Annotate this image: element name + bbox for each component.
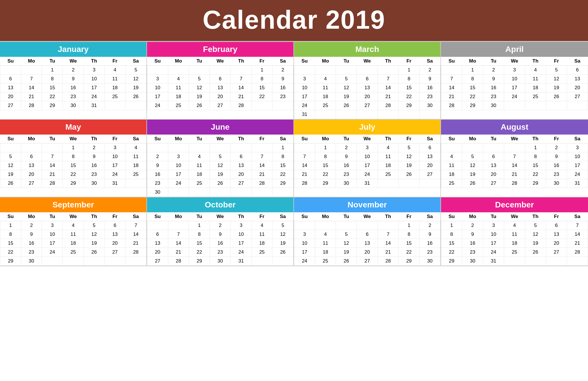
calendar-day: 20 (567, 83, 588, 92)
month-table-october: SuMoTuWeThFrSa12345678910111213141516171… (147, 212, 293, 266)
calendar-day: 11 (252, 230, 272, 239)
calendar-day: 1 (252, 66, 272, 75)
calendar-day: 26 (84, 248, 105, 257)
calendar-day: 10 (168, 161, 189, 170)
table-row: 16171819202122 (147, 170, 293, 179)
calendar-day: 24 (42, 248, 63, 257)
calendar-day: 19 (125, 83, 146, 92)
table-row: 13141516171819 (0, 83, 146, 92)
calendar-day: 12 (399, 152, 419, 161)
calendar-day: 28 (504, 179, 525, 188)
calendar-day (42, 257, 63, 266)
calendar-day: 19 (525, 239, 546, 248)
calendar-day: 12 (0, 161, 21, 170)
weekday-header-We: We (504, 135, 525, 143)
calendar-day (105, 257, 125, 266)
table-row: 14151617181920 (294, 161, 440, 170)
calendar-day: 9 (483, 75, 504, 83)
calendar-day: 6 (483, 152, 504, 161)
calendar-day: 14 (378, 239, 399, 248)
month-header-february: February (147, 42, 293, 57)
table-row: 22232425262728 (441, 248, 588, 257)
calendar-day: 3 (231, 221, 252, 230)
calendar-day (189, 143, 210, 152)
month-table-august: SuMoTuWeThFrSa12345678910111213141516171… (441, 135, 588, 188)
calendar-day: 29 (272, 179, 293, 188)
calendar-day: 7 (378, 230, 399, 239)
calendar-day: 25 (189, 179, 210, 188)
weekday-header-Sa: Sa (567, 135, 588, 143)
calendar-day: 14 (125, 230, 146, 239)
calendar-day: 29 (525, 179, 546, 188)
calendar-day: 31 (105, 179, 125, 188)
table-row: 18192021222324 (441, 170, 588, 179)
calendar-day: 2 (84, 143, 105, 152)
calendar-day: 8 (525, 152, 546, 161)
weekday-header-We: We (210, 135, 231, 143)
weekday-header-Th: Th (84, 57, 105, 66)
calendar-day: 1 (272, 143, 293, 152)
weekday-header-Mo: Mo (315, 57, 336, 66)
calendar-day: 2 (210, 221, 231, 230)
table-row: 14151617181920 (441, 83, 588, 92)
table-row: 123456 (441, 66, 588, 75)
calendar-day (504, 101, 525, 110)
table-row: 19202122232425 (0, 170, 146, 179)
table-row: 78910111213 (441, 75, 588, 83)
calendar-day: 3 (483, 221, 504, 230)
calendar-day: 25 (315, 101, 336, 110)
calendar-day: 5 (462, 152, 483, 161)
month-table-september: SuMoTuWeThFrSa12345678910111213141516171… (0, 212, 146, 266)
calendar-day: 9 (21, 230, 42, 239)
calendar-day: 12 (546, 75, 567, 83)
weekday-header-Th: Th (378, 57, 399, 66)
calendar-day: 4 (252, 221, 272, 230)
calendar-day: 13 (147, 239, 168, 248)
calendar-day (0, 143, 21, 152)
calendar-day: 15 (315, 161, 336, 170)
weekday-header-Mo: Mo (315, 212, 336, 221)
month-table-january: SuMoTuWeThFrSa12345678910111213141516171… (0, 57, 146, 110)
calendar-day (462, 143, 483, 152)
calendar-day: 3 (567, 143, 588, 152)
calendar-day: 3 (84, 66, 105, 75)
calendar-day: 25 (441, 179, 462, 188)
calendar-day: 15 (0, 239, 21, 248)
weekday-header-Mo: Mo (21, 212, 42, 221)
calendar-day: 13 (546, 230, 567, 239)
calendar-day (294, 66, 315, 75)
month-header-august: August (441, 120, 588, 135)
calendar-day: 24 (504, 92, 525, 101)
table-row: 1234567 (441, 221, 588, 230)
calendar-day: 15 (525, 161, 546, 170)
calendar-day: 8 (272, 152, 293, 161)
calendar-day: 22 (0, 248, 21, 257)
weekday-header-Tu: Tu (483, 212, 504, 221)
calendar-day: 18 (315, 248, 336, 257)
calendar-day: 5 (399, 143, 419, 152)
calendar-day (378, 110, 399, 119)
calendar-day: 27 (21, 179, 42, 188)
calendar-day: 8 (399, 230, 419, 239)
weekday-header-Su: Su (147, 212, 168, 221)
calendar-day: 26 (0, 179, 21, 188)
calendar-day: 6 (0, 75, 21, 83)
calendar-day: 2 (63, 66, 84, 75)
calendar-day: 5 (546, 66, 567, 75)
calendar-day: 3 (294, 230, 315, 239)
calendar-day (147, 143, 168, 152)
calendar-day: 30 (63, 101, 84, 110)
table-row: 6789101112 (0, 75, 146, 83)
month-table-april: SuMoTuWeThFrSa12345678910111213141516171… (441, 57, 588, 110)
calendar-day: 28 (168, 257, 189, 266)
calendar-day: 18 (252, 239, 272, 248)
calendar-day: 9 (419, 75, 440, 83)
calendar-day: 17 (105, 161, 125, 170)
calendar-day: 23 (63, 92, 84, 101)
calendar-day (336, 66, 357, 75)
calendar-day: 24 (84, 92, 105, 101)
calendar-day: 23 (483, 92, 504, 101)
calendar-day (525, 257, 546, 266)
calendar-day: 1 (399, 221, 419, 230)
calendar-day: 21 (168, 248, 189, 257)
